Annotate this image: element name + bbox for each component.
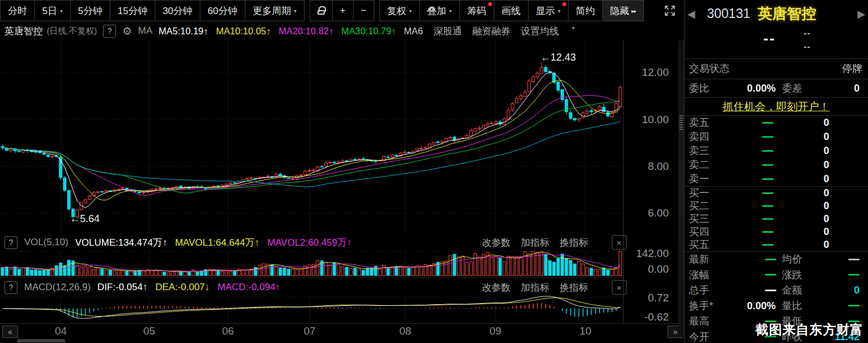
- button-label: 更多周期: [253, 4, 291, 17]
- macd-panel-actions: 改参数加指标换指标: [482, 281, 622, 294]
- scroll-left-button[interactable]: «: [2, 326, 18, 338]
- order-level-label: 买五: [689, 238, 709, 251]
- period-button[interactable]: 更多周期▾: [245, 0, 305, 21]
- order-price-dash: [762, 150, 773, 152]
- month-label: 07: [303, 325, 315, 337]
- caret-down-icon: ▾: [60, 8, 62, 14]
- gear-icon[interactable]: ⚙: [122, 25, 132, 38]
- button-label: 30分钟: [163, 4, 193, 17]
- order-level-label: 买三: [689, 213, 709, 225]
- sell-order-book: 卖五0卖四0卖三0卖二0卖一0: [684, 115, 868, 186]
- order-price-dash: [762, 244, 773, 246]
- horizontal-scrollbar-thumb[interactable]: [17, 339, 65, 342]
- ma-value: MA10:10.05↑: [216, 26, 271, 37]
- ma-value: MA6: [404, 26, 423, 37]
- month-label: 10: [579, 325, 591, 337]
- stat-dash: [765, 274, 776, 276]
- next-stock-icon[interactable]: ▶: [857, 8, 865, 20]
- order-price-dash: [762, 218, 773, 220]
- ma-values: MA5:10.19↑MA10:10.05↑MA20:10.82↑MA30:10.…: [159, 26, 423, 37]
- stat-label: 均价: [782, 252, 802, 268]
- order-volume: 0: [824, 130, 829, 144]
- tool-button-4[interactable]: 显示▾: [529, 0, 569, 21]
- price-axis-label: 12.00: [625, 66, 669, 79]
- macd-axis-label: 0.72: [625, 292, 669, 304]
- period-button[interactable]: 5分钟: [71, 0, 110, 21]
- button-label: 显示: [536, 4, 555, 17]
- change-placeholder: --: [804, 28, 811, 38]
- candlestick-chart[interactable]: [0, 40, 622, 233]
- tool-button-0[interactable]: 复权▾: [379, 0, 420, 21]
- buy-order-book: 买一0买二0买三0买四0买五0: [684, 186, 868, 251]
- tool-button-1[interactable]: 叠加▾: [420, 0, 460, 21]
- volume-axis-label: 0.00: [625, 263, 669, 276]
- prev-stock-icon[interactable]: ◀: [687, 8, 695, 20]
- chart-mode-label: (日线,不复权): [47, 26, 97, 37]
- order-level-label: 卖三: [689, 144, 709, 158]
- order-level-label: 买四: [689, 225, 709, 238]
- header-link-1[interactable]: 融资融券: [472, 25, 511, 38]
- indicator-bar: 英唐智控 (日线,不复权) ? ⚙ MA MA5:10.19↑MA10:10.0…: [0, 21, 622, 40]
- help-icon[interactable]: ?: [5, 281, 17, 294]
- price-axis-label: 10.00: [625, 114, 669, 126]
- tool-button-5[interactable]: 简约: [569, 0, 603, 21]
- tool-button-6[interactable]: 隐藏▸▸: [603, 0, 644, 21]
- order-price-dash: [762, 231, 773, 233]
- stat-label: 涨幅: [689, 268, 709, 283]
- stat-value: 0.00%: [747, 299, 776, 314]
- fullscreen-button[interactable]: [664, 0, 676, 21]
- sell-row-1: 卖四0: [684, 130, 868, 144]
- help-icon[interactable]: ?: [5, 236, 17, 249]
- period-button[interactable]: 60分钟: [200, 0, 245, 21]
- weicha-label: 委差: [782, 79, 802, 97]
- macd-values: DIF:-0.054↑DEA:-0.007↓MACD:-0.094↑: [97, 282, 280, 293]
- panel-resize-handle[interactable]: [678, 40, 684, 337]
- header-link-0[interactable]: 深股通: [433, 25, 462, 38]
- period-button[interactable]: 5日▾: [35, 0, 71, 21]
- time-axis: « 04050607080910 »: [0, 323, 684, 338]
- panel-action-2[interactable]: 换指标: [560, 236, 588, 249]
- zoom-in-button[interactable]: +: [333, 0, 354, 21]
- button-label: 15分钟: [118, 4, 147, 17]
- zoom-out-button[interactable]: −: [354, 0, 374, 21]
- high-annotation: ←12.43: [540, 52, 576, 64]
- tool-button-3[interactable]: 画线: [494, 0, 529, 21]
- tool-button-group: 复权▾叠加▾筹码画线显示▾简约隐藏▸▸: [379, 0, 644, 21]
- volume-values: VOLUME:134.474万↑MAVOL1:64.644万↑MAVOL2:60…: [75, 236, 351, 249]
- quote-header: ◀ 300131 英唐智控 ▶ -- -- --: [684, 0, 868, 58]
- month-label: 09: [489, 325, 501, 337]
- weicha-value: 0: [854, 79, 860, 97]
- volume-panel-header: ? VOL(5,10) VOLUME:134.474万↑MAVOL1:64.64…: [0, 233, 622, 251]
- panel-action-1[interactable]: 加指标: [521, 236, 549, 249]
- panel-action-0[interactable]: 改参数: [482, 236, 511, 249]
- help-icon[interactable]: ?: [103, 25, 116, 38]
- button-label: 简约: [576, 4, 595, 17]
- close-icon[interactable]: ×: [612, 235, 627, 250]
- panel-action-2[interactable]: 换指标: [560, 281, 588, 294]
- ma-prefix-label: MA: [138, 25, 153, 37]
- indicator-value: DEA:-0.007↓: [155, 282, 209, 293]
- header-link-2[interactable]: 设置均线: [521, 25, 559, 38]
- stock-code: 300131: [707, 6, 750, 21]
- month-label: 06: [222, 325, 234, 337]
- low-annotation: ←5.64: [70, 213, 100, 225]
- order-volume: 0: [824, 225, 829, 238]
- tool-button-2[interactable]: 筹码: [460, 0, 494, 21]
- stat-value: 0: [854, 283, 860, 299]
- button-label: 分时: [8, 4, 27, 17]
- close-icon[interactable]: ×: [612, 280, 627, 295]
- sell-row-4: 卖一0: [684, 172, 868, 186]
- stat-dash: [848, 305, 860, 306]
- period-button[interactable]: 分时: [0, 0, 35, 21]
- panel-action-0[interactable]: 改参数: [482, 281, 511, 294]
- period-button-group: 分时5日▾5分钟15分钟30分钟60分钟更多周期▾: [0, 0, 305, 21]
- month-label: 04: [55, 325, 66, 337]
- lock-button[interactable]: [310, 0, 333, 21]
- order-volume: 0: [824, 116, 829, 130]
- order-level-label: 卖五: [689, 116, 709, 130]
- period-button[interactable]: 30分钟: [155, 0, 200, 21]
- panel-action-1[interactable]: 加指标: [521, 281, 549, 294]
- open-account-link[interactable]: 抓住机会，即刻开户！: [723, 101, 830, 112]
- period-button[interactable]: 15分钟: [110, 0, 155, 21]
- button-label: 隐藏: [610, 4, 629, 17]
